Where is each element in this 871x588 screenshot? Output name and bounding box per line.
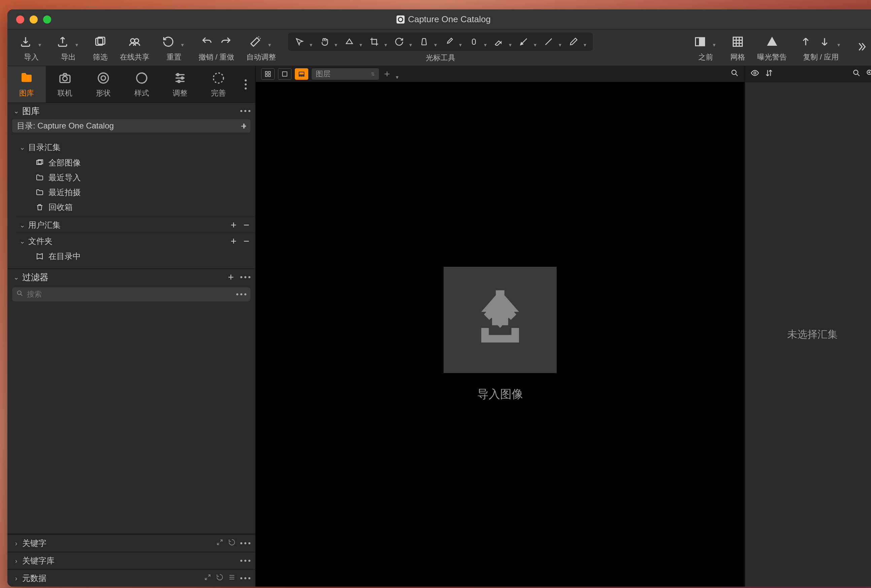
layer-selector[interactable]: 图层 ⇅ [312,68,379,80]
chevron-down-icon[interactable] [409,40,415,43]
chevron-down-icon[interactable] [559,40,564,43]
folders-group[interactable]: ⌄ 文件夹 +− [16,233,255,249]
expand-icon[interactable] [204,573,211,583]
chevron-down-icon[interactable] [335,40,340,43]
chevron-down-icon[interactable] [837,40,843,43]
chevron-down-icon[interactable] [310,40,315,43]
chevron-down-icon[interactable] [534,40,539,43]
remove-folder-button[interactable]: − [242,236,251,247]
tree-item-trash[interactable]: 回收箱 [16,200,255,215]
add-collection-button[interactable]: + [229,219,238,231]
list-icon[interactable] [228,573,236,583]
chevron-down-icon[interactable] [268,40,274,43]
tab-style[interactable]: 样式 [123,66,161,103]
rotate-tool[interactable] [392,37,407,46]
chevron-down-icon[interactable] [509,40,514,43]
chevron-down-icon[interactable] [38,40,44,43]
apply-down-icon[interactable] [818,35,831,48]
maximize-window-button[interactable] [43,15,51,24]
filters-header[interactable]: ⌄ 过滤器 + [7,269,255,285]
heal-tool[interactable] [467,37,481,46]
add-folder-button[interactable]: + [229,236,238,247]
undo-icon[interactable] [200,35,214,48]
hand-tool[interactable] [317,37,332,46]
toolbar-exposure-warning[interactable]: 曝光警告 [751,32,793,64]
view-filmstrip-button[interactable] [295,68,308,80]
remove-collection-button[interactable]: − [242,219,251,231]
sort-icon[interactable] [765,69,774,79]
eraser-tool[interactable] [491,37,506,46]
more-button[interactable] [240,577,250,579]
brush-tool[interactable] [441,37,456,46]
toolbar-reset[interactable]: 重置 [156,32,193,64]
tab-adjust[interactable]: 调整 [161,66,199,103]
chevron-down-icon[interactable] [75,40,81,43]
tree-item-recent-captures[interactable]: 最近拍摄 [16,185,255,200]
chevron-down-icon[interactable] [584,40,589,43]
gradient-tool[interactable] [516,37,531,46]
tab-library[interactable]: 图库 [7,66,46,103]
toolbar-auto-adjust[interactable]: 自动调整 [240,32,282,64]
close-window-button[interactable] [16,15,24,24]
chevron-down-icon[interactable] [713,40,718,43]
tab-shape[interactable]: 形状 [84,66,123,103]
search-icon[interactable] [852,69,861,79]
library-header[interactable]: ⌄ 图库 [7,103,255,119]
chevron-down-icon[interactable] [484,40,489,43]
toolbar-undo-redo[interactable]: 撤销 / 重做 [193,32,240,64]
toolbar-share[interactable]: 在线共享 [114,32,156,64]
crop-tool[interactable] [367,37,382,46]
toolbar-before[interactable]: 之前 [687,32,724,64]
reset-icon[interactable] [216,573,223,583]
chevron-down-icon[interactable] [434,40,440,43]
filter-search[interactable] [12,287,250,301]
section-metadata[interactable]: › 元数据 [7,569,255,587]
reset-icon[interactable] [228,539,236,548]
chevron-down-icon[interactable] [459,40,464,43]
more-button[interactable] [240,110,250,112]
toolbar-grid[interactable]: 网格 [724,32,751,64]
tab-more-button[interactable] [238,66,254,103]
toolbar-cull[interactable]: 筛选 [87,32,114,64]
tree-item-in-catalog[interactable]: 在目录中 [16,249,255,264]
search-more-button[interactable] [236,293,246,295]
zoom-icon[interactable] [866,69,871,79]
redo-icon[interactable] [219,35,233,48]
tree-item-all-images[interactable]: 全部图像 [16,155,255,170]
tab-tether[interactable]: 联机 [46,66,84,103]
catalog-selector[interactable]: 目录: Capture One Catalog ▴▾ [12,119,250,133]
toolbar-copy-apply[interactable]: 复制 / 应用 [793,32,849,64]
toolbar-export[interactable]: 导出 [50,32,87,64]
copy-up-icon[interactable] [799,35,813,48]
annotation-tool[interactable] [566,37,581,46]
import-images-button[interactable] [444,267,557,373]
chevron-down-icon[interactable] [385,40,390,43]
chevron-down-icon[interactable] [396,72,401,76]
catalog-collections-group[interactable]: ⌄ 目录汇集 [16,139,255,155]
tab-refine[interactable]: 完善 [199,66,238,103]
add-catalog-button[interactable]: + [239,121,248,132]
section-keyword-library[interactable]: › 关键字库 [7,552,255,569]
filter-search-input[interactable] [27,290,236,299]
pointer-tool[interactable] [292,37,307,46]
chevron-down-icon[interactable] [359,40,365,43]
view-grid-button[interactable] [261,68,275,80]
more-button[interactable] [240,542,250,544]
viewer-search-button[interactable] [730,69,739,79]
view-single-button[interactable] [278,68,292,80]
add-layer-button[interactable]: + [382,68,392,80]
more-button[interactable] [240,560,250,562]
mask-tool[interactable] [541,37,556,46]
section-keywords[interactable]: › 关键字 [7,534,255,552]
toolbar-import[interactable]: 导入 [13,32,50,64]
loupe-tool[interactable] [342,37,357,46]
tree-item-recent-imports[interactable]: 最近导入 [16,170,255,185]
more-button[interactable] [240,276,250,278]
add-filter-button[interactable]: + [226,272,236,283]
toolbar-overflow[interactable] [849,37,871,58]
eye-icon[interactable] [751,69,759,79]
keystone-tool[interactable] [417,37,431,46]
user-collections-group[interactable]: ⌄ 用户汇集 +− [16,216,255,233]
expand-icon[interactable] [216,539,223,548]
minimize-window-button[interactable] [30,15,38,24]
